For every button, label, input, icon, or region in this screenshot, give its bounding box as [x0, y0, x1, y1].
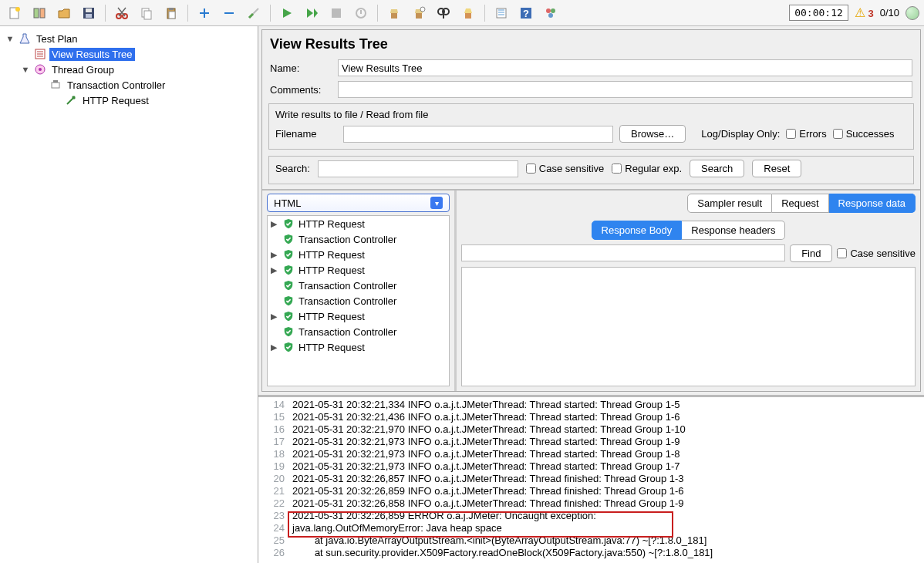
tree-node-transaction-controller[interactable]: Transaction Controller — [3, 77, 255, 93]
test-plan-tree[interactable]: ▼ Test Plan View Results Tree ▼ Thread G… — [0, 26, 258, 563]
response-body-view[interactable] — [461, 267, 916, 386]
chevron-down-icon: ▾ — [430, 197, 443, 209]
log-panel[interactable]: 142021-05-31 20:32:21,334 INFO o.a.j.t.J… — [258, 395, 924, 563]
controller-icon — [49, 79, 62, 91]
start-icon[interactable] — [277, 3, 297, 23]
filename-input[interactable] — [343, 126, 613, 143]
log-line: 172021-05-31 20:32:21,973 INFO o.a.j.t.J… — [261, 436, 921, 448]
success-shield-icon — [283, 326, 294, 337]
svg-rect-2 — [34, 8, 39, 18]
sampler-result-row[interactable]: ▶HTTP Request — [268, 262, 449, 278]
expand-arrow-icon[interactable]: ▶ — [271, 219, 278, 229]
result-tabs: Sampler result Request Response data — [457, 190, 920, 213]
tree-label: HTTP Request — [80, 94, 151, 107]
log-line: 182021-05-31 20:32:21,973 INFO o.a.j.t.J… — [261, 448, 921, 460]
tree-toggle-icon[interactable]: ▼ — [20, 65, 31, 74]
tree-node-test-plan[interactable]: ▼ Test Plan — [3, 31, 255, 46]
svg-rect-16 — [391, 13, 397, 19]
function-helper-icon[interactable] — [491, 3, 511, 23]
sampler-label: Transaction Controller — [298, 234, 396, 245]
svg-point-1 — [15, 7, 20, 12]
success-shield-icon — [283, 342, 294, 352]
collapse-icon[interactable] — [219, 3, 239, 23]
renderer-select[interactable]: HTML ▾ — [267, 194, 450, 212]
svg-rect-13 — [169, 12, 175, 19]
browse-button[interactable]: Browse… — [619, 125, 686, 143]
svg-point-30 — [39, 68, 42, 71]
subtab-response-body[interactable]: Response Body — [592, 221, 683, 240]
response-subtabs: Response Body Response headers — [457, 217, 920, 240]
expand-arrow-icon[interactable]: ▶ — [271, 250, 278, 260]
open-icon[interactable] — [54, 3, 74, 23]
case-sensitive-checkbox[interactable]: Case sensitive — [526, 163, 605, 174]
clear-all-icon[interactable] — [409, 3, 429, 23]
search-button[interactable]: Search — [690, 160, 744, 177]
warnings-indicator[interactable]: ⚠ 3 — [855, 5, 874, 20]
search-input[interactable] — [318, 160, 518, 177]
active-threads-label: 0/10 — [880, 7, 899, 19]
log-line: 222021-05-31 20:32:26,858 INFO o.a.j.t.J… — [261, 497, 921, 510]
expand-arrow-icon[interactable]: ▶ — [271, 265, 278, 275]
success-shield-icon — [283, 218, 294, 229]
svg-rect-10 — [144, 11, 151, 19]
errors-checkbox[interactable]: Errors — [786, 128, 826, 140]
successes-checkbox[interactable]: Successes — [833, 128, 895, 140]
templates-icon[interactable] — [29, 3, 49, 23]
log-line: 152021-05-31 20:32:21,436 INFO o.a.j.t.J… — [261, 411, 921, 423]
subtab-response-headers[interactable]: Response headers — [682, 221, 785, 240]
sampler-result-row[interactable]: Transaction Controller — [268, 293, 449, 308]
tree-label: View Results Tree — [49, 48, 135, 61]
clear-icon[interactable] — [384, 3, 404, 23]
new-icon[interactable] — [5, 3, 25, 23]
tree-label: Transaction Controller — [65, 79, 167, 92]
paste-icon[interactable] — [161, 3, 181, 23]
sampler-icon — [65, 94, 77, 106]
expand-arrow-icon[interactable]: ▶ — [271, 342, 278, 352]
svg-point-18 — [420, 7, 425, 12]
find-input[interactable] — [461, 244, 785, 261]
name-input[interactable] — [338, 59, 912, 76]
sampler-result-row[interactable]: ▶HTTP Request — [268, 339, 449, 355]
tree-toggle-icon[interactable]: ▼ — [5, 34, 15, 43]
find-button[interactable]: Find — [790, 244, 832, 262]
panel-title: View Results Tree — [262, 30, 920, 57]
sampler-result-row[interactable]: ▶HTTP Request — [268, 308, 449, 324]
sampler-results-list[interactable]: ▶HTTP RequestTransaction Controller▶HTTP… — [267, 215, 450, 386]
log-line: 26 at sun.security.provider.X509Factory.… — [261, 547, 921, 559]
search-tree-icon[interactable] — [433, 3, 454, 23]
comments-input[interactable] — [338, 81, 912, 98]
sampler-label: Transaction Controller — [298, 326, 396, 338]
log-line: 202021-05-31 20:32:26,857 INFO o.a.j.t.J… — [261, 473, 921, 485]
search-group: Search: Case sensitive Regular exp. Sear… — [268, 156, 914, 184]
cut-icon[interactable] — [112, 3, 132, 23]
sampler-label: HTTP Request — [298, 218, 365, 230]
sampler-result-row[interactable]: Transaction Controller — [268, 278, 449, 293]
tree-node-view-results-tree[interactable]: View Results Tree — [3, 46, 255, 62]
sampler-label: HTTP Request — [298, 311, 365, 322]
expand-arrow-icon[interactable]: ▶ — [271, 312, 278, 322]
status-led-icon — [905, 6, 919, 20]
sampler-result-row[interactable]: ▶HTTP Request — [268, 247, 449, 262]
start-no-timers-icon[interactable] — [302, 3, 322, 23]
tree-node-thread-group[interactable]: ▼ Thread Group — [3, 62, 255, 77]
regex-checkbox[interactable]: Regular exp. — [612, 163, 682, 174]
toggle-icon[interactable] — [244, 3, 264, 23]
find-case-checkbox[interactable]: Case sensitive — [837, 244, 916, 262]
sampler-result-row[interactable]: ▶HTTP Request — [268, 216, 449, 231]
stop-icon[interactable] — [326, 3, 346, 23]
tree-node-http-request[interactable]: HTTP Request — [3, 93, 255, 108]
tab-request[interactable]: Request — [772, 194, 828, 213]
reset-button[interactable]: Reset — [752, 160, 801, 177]
success-shield-icon — [283, 295, 294, 306]
tab-response-data[interactable]: Response data — [829, 194, 916, 213]
save-icon[interactable] — [79, 3, 99, 23]
sampler-result-row[interactable]: Transaction Controller — [268, 324, 449, 339]
tab-sampler-result[interactable]: Sampler result — [687, 194, 772, 213]
reset-search-icon[interactable] — [458, 3, 478, 23]
shutdown-icon[interactable] — [351, 3, 371, 23]
help-icon[interactable]: ? — [516, 3, 536, 23]
expand-icon[interactable] — [194, 3, 214, 23]
plugins-icon[interactable] — [541, 3, 561, 23]
copy-icon[interactable] — [137, 3, 157, 23]
sampler-result-row[interactable]: Transaction Controller — [268, 231, 449, 247]
